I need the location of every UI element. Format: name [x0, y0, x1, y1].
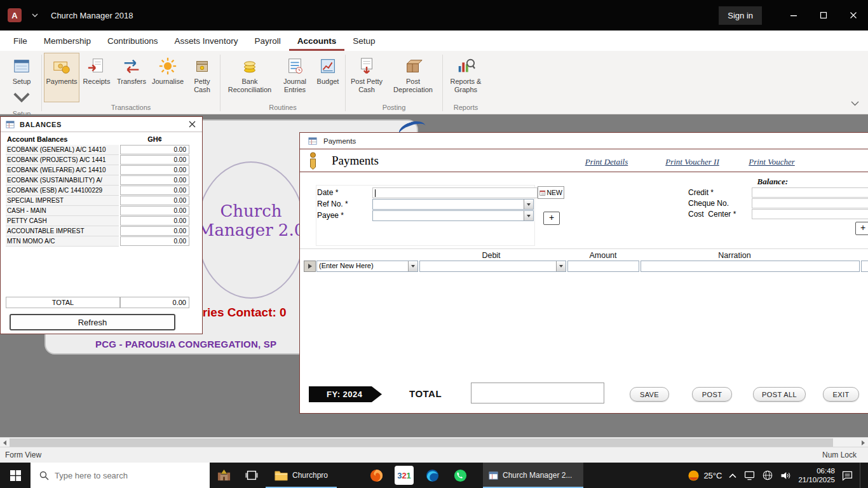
date-picker-new-button[interactable]: NEW	[538, 186, 564, 199]
balance-row: SPECIAL IMPREST0.00	[1, 196, 202, 206]
search-input[interactable]	[55, 471, 188, 480]
add-payee-button[interactable]: +	[543, 212, 560, 225]
record-selector[interactable]	[304, 261, 316, 272]
total-label: TOTAL	[6, 297, 120, 308]
show-desktop-button[interactable]	[860, 463, 863, 488]
grid-divider	[300, 248, 868, 249]
grid-debit-combobox[interactable]	[419, 261, 566, 272]
volume-icon[interactable]	[780, 470, 792, 481]
print-voucher-link[interactable]: Print Voucher	[745, 157, 799, 167]
tray-expand-icon[interactable]	[728, 473, 737, 478]
ribbon-button-reports-graphs[interactable]: Reports & Graphs	[445, 53, 487, 102]
dropdown-arrow-icon[interactable]	[556, 261, 566, 271]
refresh-button[interactable]: Refresh	[10, 314, 175, 330]
print-details-link[interactable]: Print Details	[580, 157, 634, 167]
scroll-right-arrow[interactable]	[858, 438, 868, 447]
media-player-321-icon[interactable]: 321	[395, 466, 414, 485]
info-icon	[308, 152, 318, 173]
payments-titlebar[interactable]: Payments	[300, 133, 868, 149]
post-petty-cash-icon	[357, 57, 376, 76]
post-button[interactable]: POST	[692, 387, 732, 402]
titlebar: A Church Manager 2018 Sign in	[0, 0, 868, 30]
dropdown-arrow-icon[interactable]	[408, 261, 417, 271]
scroll-left-arrow[interactable]	[0, 438, 10, 447]
menubar: File Membership Contributions Assets Inv…	[0, 30, 868, 51]
ribbon-button-journal-entries[interactable]: Journal Entries	[277, 53, 313, 102]
ribbon-button-budget[interactable]: Budget	[313, 53, 343, 102]
cost-center-input[interactable]	[752, 209, 868, 219]
horizontal-scrollbar[interactable]	[0, 437, 868, 447]
setup-icon	[12, 57, 31, 76]
dropdown-arrow-icon[interactable]	[524, 200, 533, 209]
church-app-icon[interactable]	[210, 463, 238, 488]
print-voucher-2-link[interactable]: Print Voucher II	[662, 157, 722, 167]
edge-icon[interactable]	[418, 463, 446, 488]
exit-button[interactable]: EXIT	[823, 387, 859, 402]
ribbon-button-receipts[interactable]: Receipts	[79, 53, 114, 102]
grid-item-combobox[interactable]: (Enter New Here)	[316, 261, 418, 272]
cheque-no-input[interactable]	[752, 198, 868, 208]
ribbon-button-bank-reconciliation[interactable]: Bank Reconciliation	[222, 53, 277, 102]
task-view-icon[interactable]	[238, 463, 266, 488]
explorer-taskbar-button[interactable]: Churchpro	[266, 463, 337, 488]
ribbon-button-label: Post Depreciation	[387, 78, 439, 93]
menu-membership[interactable]: Membership	[36, 30, 99, 51]
ribbon-button-post-petty-cash[interactable]: Post Petty Cash	[348, 53, 386, 102]
close-button[interactable]	[838, 0, 868, 30]
menu-payroll[interactable]: Payroll	[246, 30, 288, 51]
minimize-button[interactable]	[778, 0, 808, 30]
church-manager-taskbar-button[interactable]: Church Manager 2...	[483, 463, 583, 488]
display-icon[interactable]	[743, 470, 756, 481]
post-all-button[interactable]: POST ALL	[753, 387, 806, 402]
taskbar-search[interactable]	[31, 463, 210, 488]
add-cost-center-button[interactable]: +	[855, 222, 868, 235]
balances-close-icon[interactable]	[189, 121, 196, 128]
save-button[interactable]: SAVE	[630, 387, 669, 402]
menu-file[interactable]: File	[5, 30, 36, 51]
payments-total-input[interactable]	[471, 383, 604, 403]
scrollbar-thumb[interactable]	[10, 438, 833, 447]
balance-row: ECOBANK (SUSTAINABILITY) A/0.00	[1, 175, 202, 186]
action-center-icon[interactable]	[841, 470, 853, 481]
ribbon-button-transfers[interactable]: Transfers	[114, 53, 149, 102]
credit-input[interactable]	[752, 187, 868, 198]
ribbon-button-label: Journalise	[152, 78, 184, 86]
access-app-icon[interactable]: A	[8, 8, 22, 22]
menu-setup[interactable]: Setup	[344, 30, 383, 51]
ribbon-button-post-depreciation[interactable]: Post Depreciation	[386, 53, 440, 102]
ribbon-collapse-icon[interactable]	[851, 97, 859, 109]
whatsapp-icon[interactable]	[446, 463, 474, 488]
menu-contributions[interactable]: Contributions	[99, 30, 166, 51]
quick-access-caret-icon[interactable]	[32, 13, 38, 17]
sign-in-button[interactable]: Sign in	[719, 6, 762, 25]
ribbon-button-label: Transfers	[117, 78, 146, 86]
maximize-button[interactable]	[808, 0, 838, 30]
weather-widget[interactable]: 25°C	[688, 470, 722, 482]
congregation-text: PCG - PAROUSIA CONGREGATION, SP	[95, 339, 276, 349]
grid-narration-input[interactable]	[641, 261, 860, 272]
tray-clock[interactable]: 06:48 21/10/2025	[798, 466, 835, 484]
petty-cash-icon	[193, 57, 212, 76]
ribbon-button-setup[interactable]: Setup	[4, 53, 39, 109]
menu-accounts[interactable]: Accounts	[289, 30, 345, 51]
balances-titlebar[interactable]: BALANCES	[1, 117, 202, 132]
dropdown-arrow-icon[interactable]	[524, 211, 533, 220]
ribbon-button-journalise[interactable]: Journalise	[149, 53, 186, 102]
ribbon-button-petty-cash[interactable]: Petty Cash	[186, 53, 218, 102]
ref-no-combobox[interactable]	[372, 199, 534, 210]
date-input[interactable]	[372, 187, 538, 198]
digit-2: 2	[402, 471, 406, 480]
grid-amount-input[interactable]	[567, 261, 639, 272]
balance-row: ECOBANK (GENERAL) A/C 144100.00	[1, 145, 202, 155]
firefox-icon[interactable]	[362, 463, 390, 488]
account-name: MTN MOMO A/C	[6, 236, 119, 247]
tray-date: 21/10/2025	[798, 475, 835, 484]
ribbon-separator	[220, 55, 220, 111]
menu-assets-inventory[interactable]: Assets Inventory	[166, 30, 247, 51]
start-button[interactable]	[0, 463, 31, 488]
grid-extra-input[interactable]	[861, 261, 868, 272]
network-icon[interactable]	[762, 470, 773, 481]
payee-combobox[interactable]	[372, 210, 534, 221]
ribbon-button-payments[interactable]: Payments	[44, 53, 79, 102]
num-lock-text: Num Lock	[822, 451, 857, 459]
